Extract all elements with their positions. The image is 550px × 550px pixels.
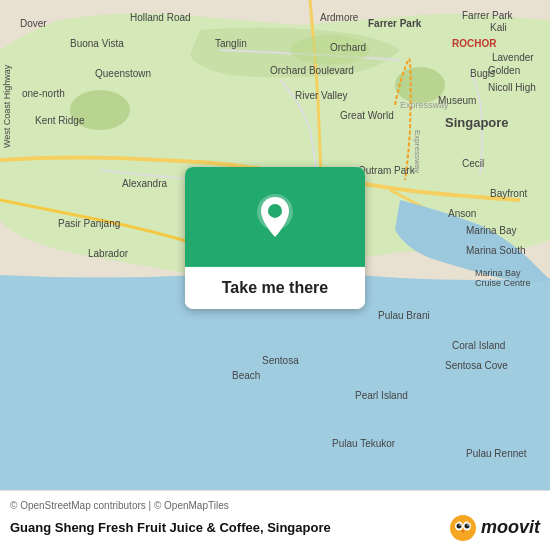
moovit-brand-text: moovit [481,517,540,538]
location-pin-icon [255,192,295,242]
moovit-logo: moovit [449,514,540,542]
svg-point-12 [456,523,461,528]
moovit-owl-icon [449,514,477,542]
place-name: Guang Sheng Fresh Fruit Juice & Coffee, … [10,520,331,535]
svg-point-8 [268,204,282,218]
map-container: Expressway Dover Holland Road Ardmore Fa… [0,0,550,490]
card-button-section: Take me there [185,267,365,309]
bottom-info: Guang Sheng Fresh Fruit Juice & Coffee, … [10,514,540,542]
take-me-there-button[interactable]: Take me there [195,279,355,297]
svg-point-13 [464,523,469,528]
svg-text:Expressway: Expressway [413,130,422,173]
svg-point-14 [459,524,461,526]
svg-point-15 [467,524,469,526]
take-me-there-card: Take me there [185,167,365,309]
card-map-preview [185,167,365,267]
svg-point-1 [70,90,130,130]
bottom-bar: © OpenStreetMap contributors | © OpenMap… [0,490,550,550]
svg-point-9 [450,515,476,541]
map-attribution: © OpenStreetMap contributors | © OpenMap… [10,500,540,511]
svg-point-3 [290,35,370,65]
